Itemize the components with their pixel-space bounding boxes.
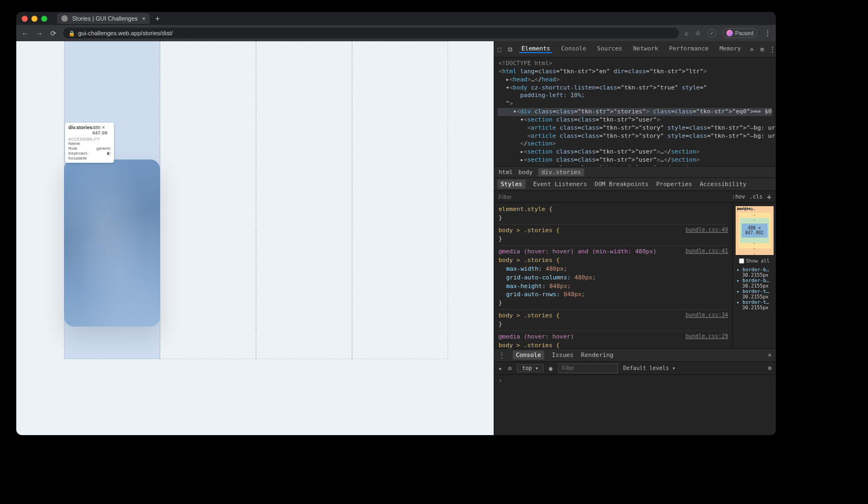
nav-forward-button[interactable]: → — [35, 29, 43, 37]
new-style-rule-button[interactable]: + — [767, 193, 771, 201]
computed-properties-list[interactable]: ▸ border-bot…30.2155px▸ border-bot…30.21… — [735, 267, 774, 310]
minimize-window-button[interactable] — [31, 16, 37, 22]
bookmark-star-icon[interactable]: ☆ — [695, 29, 701, 37]
page-viewport[interactable]: div.stories 480 × 847.99 ACCESSIBILITY N… — [16, 41, 494, 435]
show-all-checkbox[interactable]: Show all — [739, 258, 769, 264]
new-tab-button[interactable]: + — [150, 14, 165, 23]
toolbar-right: ⌕ ☆ ✓ Paused ⋮ — [685, 28, 771, 38]
rule-source-link[interactable]: bundle.css:41 — [686, 247, 728, 256]
console-settings-icon[interactable]: ⚙ — [768, 365, 771, 372]
computed-sidebar: margin - border - padding - 480 × 847.99… — [732, 203, 776, 348]
devtools-tab-elements[interactable]: Elements — [519, 45, 552, 53]
dom-node[interactable]: ▸<section class=class="tkn-str">"user">…… — [497, 148, 773, 156]
settings-gear-icon[interactable]: ⚙ — [760, 46, 764, 53]
style-rule[interactable]: element.style {} — [499, 205, 728, 225]
style-rule[interactable]: @media (hover: hover)body > .stories {bu… — [499, 333, 728, 348]
console-context-select[interactable]: top ▾ — [517, 364, 543, 372]
styles-tab-event-listeners[interactable]: Event Listeners — [533, 181, 587, 188]
styles-filter-input[interactable] — [499, 194, 727, 200]
rule-source-link[interactable]: bundle.css:29 — [686, 333, 728, 341]
dom-node[interactable]: </section> — [497, 140, 773, 148]
styles-filter-bar: :hov .cls + — [494, 191, 776, 203]
cls-toggle[interactable]: .cls — [749, 194, 762, 200]
tooltip-selector: div.stories — [68, 125, 92, 136]
url-text: gui-challenges.web.app/stories/dist/ — [78, 30, 173, 36]
devtools-tab-console[interactable]: Console — [559, 45, 588, 52]
console-tab-console[interactable]: Console — [513, 350, 544, 360]
url-input[interactable]: 🔒 gui-challenges.web.app/stories/dist/ — [63, 28, 679, 39]
style-rule[interactable]: @media (hover: hover) and (min-width: 48… — [499, 247, 728, 310]
lock-icon: 🔒 — [68, 30, 75, 36]
dom-node[interactable]: <!DOCTYPE html> — [497, 60, 773, 68]
dom-node[interactable]: ▾<section class=class="tkn-str">"user"> — [497, 116, 773, 124]
devtools-tab-network[interactable]: Network — [631, 45, 660, 52]
dom-node[interactable]: <html lang=class="tkn-str">"en" dir=clas… — [497, 68, 773, 76]
dom-node[interactable]: ▾<body cz-shortcut-listen=class="tkn-str… — [497, 84, 773, 92]
nav-back-button[interactable]: ← — [21, 29, 29, 37]
nav-reload-button[interactable]: ⟳ — [49, 29, 58, 37]
styles-tab-styles[interactable]: Styles — [497, 180, 526, 189]
console-sidebar-toggle-icon[interactable]: ▸ — [499, 365, 502, 372]
devtools-tab-memory[interactable]: Memory — [717, 45, 743, 52]
styles-tab-properties[interactable]: Properties — [656, 181, 692, 188]
inspect-highlight-overlay — [64, 41, 160, 359]
elements-dom-tree[interactable]: <!DOCTYPE html><html lang=class="tkn-str… — [494, 58, 776, 166]
console-tab-issues[interactable]: Issues — [552, 352, 573, 359]
console-filter-input[interactable] — [558, 363, 618, 373]
extension-badge-icon[interactable]: ✓ — [707, 29, 716, 37]
dom-node[interactable]: <article class=class="tkn-str">"story" s… — [497, 124, 773, 132]
styles-content: element.style {}body > .stories {bundle.… — [494, 203, 776, 348]
browser-menu-icon[interactable]: ⋮ — [764, 29, 771, 37]
elements-breadcrumb[interactable]: htmlbodydiv.stories — [494, 166, 776, 178]
devtools-panel: ⬚ ⧉ ElementsConsoleSourcesNetworkPerform… — [494, 41, 776, 435]
rule-source-link[interactable]: bundle.css:34 — [686, 311, 728, 320]
chevron-down-icon: ▾ — [535, 365, 539, 371]
console-drawer-close-icon[interactable]: × — [768, 352, 771, 359]
devtools-menu-icon[interactable]: ⋮ — [769, 46, 776, 53]
tabs-overflow-icon[interactable]: » — [750, 46, 754, 53]
console-drawer-menu-icon[interactable]: ⋮ — [499, 352, 505, 359]
traffic-lights — [22, 16, 47, 22]
box-model-content: 480 × 847.992 — [742, 224, 768, 238]
computed-row[interactable]: ▸ border-top… — [737, 299, 772, 305]
computed-row[interactable]: ▸ border-bot… — [737, 267, 772, 272]
computed-row[interactable]: ▸ border-bot… — [737, 278, 772, 283]
dom-node[interactable]: ▸<head>…</head> — [497, 76, 773, 84]
console-tab-rendering[interactable]: Rendering — [581, 352, 614, 359]
breadcrumb-item[interactable]: html — [499, 169, 513, 176]
profile-paused-chip[interactable]: Paused — [723, 28, 757, 38]
breadcrumb-item[interactable]: div.stories — [538, 168, 584, 176]
box-model-diagram[interactable]: margin - border - padding - 480 × 847.99… — [736, 206, 774, 255]
console-levels-select[interactable]: Default levels ▾ — [623, 365, 675, 371]
styles-tab-dom-breakpoints[interactable]: DOM Breakpoints — [595, 181, 648, 188]
style-rule[interactable]: body > .stories {bundle.css:34} — [499, 311, 728, 331]
maximize-window-button[interactable] — [41, 16, 47, 22]
console-clear-icon[interactable]: ⊘ — [508, 365, 512, 372]
search-icon[interactable]: ⌕ — [685, 29, 688, 37]
computed-row[interactable]: ▸ border-top… — [737, 289, 772, 294]
close-tab-icon[interactable]: × — [142, 15, 145, 22]
device-toggle-icon[interactable]: ⧉ — [508, 46, 513, 53]
breadcrumb-item[interactable]: body — [519, 169, 533, 176]
dom-node[interactable]: ▾<div class=class="tkn-str">"stories"> c… — [497, 108, 773, 116]
dom-node[interactable]: ▸<section class=class="tkn-str">"user">…… — [497, 156, 773, 164]
tooltip-row: Rolegeneric — [68, 146, 111, 151]
dom-node[interactable]: padding-left: 10%; — [497, 92, 773, 100]
dom-node[interactable]: <article class=class="tkn-str">"story" s… — [497, 132, 773, 141]
main-row: div.stories 480 × 847.99 ACCESSIBILITY N… — [16, 41, 776, 435]
hov-toggle[interactable]: :hov — [732, 194, 745, 200]
inspect-element-icon[interactable]: ⬚ — [497, 46, 501, 53]
devtools-tab-sources[interactable]: Sources — [595, 45, 624, 52]
styles-tab-accessibility[interactable]: Accessibility — [700, 181, 746, 188]
devtools-tab-performance[interactable]: Performance — [667, 45, 711, 52]
browser-tab[interactable]: Stories | GUI Challenges × — [57, 13, 150, 24]
tooltip-row: Name — [68, 141, 111, 146]
dom-node[interactable]: "> — [497, 100, 773, 108]
console-body[interactable]: › — [494, 375, 776, 435]
close-window-button[interactable] — [22, 16, 28, 22]
console-toolbar: ▸ ⊘ top ▾ ◉ Default levels ▾ ⚙ — [494, 362, 776, 375]
style-rule[interactable]: body > .stories {bundle.css:49} — [499, 226, 728, 246]
console-eye-icon[interactable]: ◉ — [549, 365, 553, 372]
rule-source-link[interactable]: bundle.css:49 — [686, 226, 728, 234]
style-rules-list[interactable]: element.style {}body > .stories {bundle.… — [494, 203, 732, 348]
